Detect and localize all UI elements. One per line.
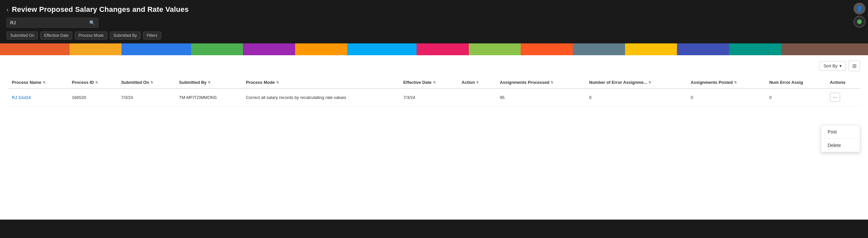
top-right-icons: 👤 xyxy=(854,3,865,28)
col-header-process-mode: Process Mode ⇅ xyxy=(242,77,400,88)
cell-actions: ··· xyxy=(826,88,860,106)
sort-icon-num-error[interactable]: ⇅ xyxy=(648,81,651,84)
filter-process-mode[interactable]: Process Mode xyxy=(75,31,107,39)
filter-submitted-on[interactable]: Submitted On xyxy=(6,31,38,39)
page-title: Review Proposed Salary Changes and Rate … xyxy=(12,5,189,14)
sort-icon-action[interactable]: ⇅ xyxy=(476,81,479,84)
header-row: Process Name ⇅ Process ID ⇅ Submitted On… xyxy=(8,77,860,88)
back-button[interactable]: ‹ xyxy=(6,6,8,12)
sort-icon-process-id[interactable]: ⇅ xyxy=(95,81,98,84)
cell-process-mode: Correct all salary records by recalculat… xyxy=(242,88,400,106)
cell-assignments-processed: 95 xyxy=(496,88,585,106)
chevron-down-icon: ▾ xyxy=(839,63,842,69)
more-actions-button[interactable]: ··· xyxy=(830,93,840,102)
grid-view-icon: ⊞ xyxy=(852,63,857,69)
search-button[interactable]: 🔍 xyxy=(89,20,95,25)
sort-icon-assignments-processed[interactable]: ⇅ xyxy=(551,81,553,84)
col-header-actions: Actions xyxy=(826,77,860,88)
col-header-effective-date: Effective Date ⇅ xyxy=(400,77,458,88)
col-header-assignments-posted: Assignments Posted ⇅ xyxy=(687,77,765,88)
cell-process-name: RJ 3Jul24 xyxy=(8,88,68,106)
col-header-process-id: Process ID ⇅ xyxy=(68,77,117,88)
sort-by-label: Sort By xyxy=(823,63,837,69)
filter-submitted-by[interactable]: Submitted By xyxy=(110,31,141,39)
search-icon: 🔍 xyxy=(89,20,95,25)
table-body: RJ 3Jul24 166520 7/3/24 TM-MFITZIMMONS C… xyxy=(8,88,860,106)
dropdown-post-item[interactable]: Post xyxy=(821,125,860,138)
user-avatar-button[interactable]: 👤 xyxy=(854,3,865,15)
search-box: 🔍 xyxy=(6,18,98,28)
filter-tags: Submitted On Effective Date Process Mode… xyxy=(6,31,862,39)
dropdown-delete-item[interactable]: Delete xyxy=(821,139,860,152)
status-dot-icon xyxy=(857,19,862,24)
col-header-process-name: Process Name ⇅ xyxy=(8,77,68,88)
toolbar-row: Sort By ▾ ⊞ xyxy=(8,60,860,71)
cell-submitted-by: TM-MFITZIMMONS xyxy=(175,88,242,106)
cell-process-id: 166520 xyxy=(68,88,117,106)
col-header-action: Action ⇅ xyxy=(458,77,496,88)
col-header-num-error-assignments: Number of Error Assignme... ⇅ xyxy=(585,77,687,88)
cell-num-error-assignments: 0 xyxy=(585,88,687,106)
sort-icon-effective-date[interactable]: ⇅ xyxy=(433,81,436,84)
sort-by-button[interactable]: Sort By ▾ xyxy=(819,61,846,71)
table-row: RJ 3Jul24 166520 7/3/24 TM-MFITZIMMONS C… xyxy=(8,88,860,106)
data-table: Process Name ⇅ Process ID ⇅ Submitted On… xyxy=(8,77,860,106)
col-header-submitted-on: Submitted On ⇅ xyxy=(117,77,175,88)
sort-icon-process-mode[interactable]: ⇅ xyxy=(276,81,279,84)
sort-icon-assignments-posted[interactable]: ⇅ xyxy=(734,81,737,84)
search-input[interactable] xyxy=(10,20,87,25)
main-content: Sort By ▾ ⊞ Process Name ⇅ Process ID ⇅ xyxy=(0,55,868,219)
cell-num-error-assign: 0 xyxy=(765,88,826,106)
search-row: 🔍 xyxy=(6,18,862,28)
sort-icon-process-name[interactable]: ⇅ xyxy=(43,81,45,84)
decorative-banner xyxy=(0,44,868,55)
status-button[interactable] xyxy=(854,16,865,28)
dropdown-menu: Post Delete xyxy=(821,125,860,152)
col-header-num-error-assign: Num Error Assig xyxy=(765,77,826,88)
cell-assignments-posted: 0 xyxy=(687,88,765,106)
title-row: ‹ Review Proposed Salary Changes and Rat… xyxy=(6,5,862,14)
cell-effective-date: 7/3/24 xyxy=(400,88,458,106)
cell-submitted-on: 7/3/24 xyxy=(117,88,175,106)
view-toggle-button[interactable]: ⊞ xyxy=(849,60,860,71)
process-name-link[interactable]: RJ 3Jul24 xyxy=(12,95,31,100)
table-header: Process Name ⇅ Process ID ⇅ Submitted On… xyxy=(8,77,860,88)
col-header-submitted-by: Submitted By ⇅ xyxy=(175,77,242,88)
user-icon: 👤 xyxy=(856,6,863,12)
col-header-assignments-processed: Assignments Processed ⇅ xyxy=(496,77,585,88)
header: ‹ Review Proposed Salary Changes and Rat… xyxy=(0,0,868,44)
filter-effective-date[interactable]: Effective Date xyxy=(40,31,72,39)
filter-filters[interactable]: Filters xyxy=(143,31,161,39)
sort-icon-submitted-on[interactable]: ⇅ xyxy=(150,81,153,84)
sort-icon-submitted-by[interactable]: ⇅ xyxy=(208,81,211,84)
cell-action xyxy=(458,88,496,106)
